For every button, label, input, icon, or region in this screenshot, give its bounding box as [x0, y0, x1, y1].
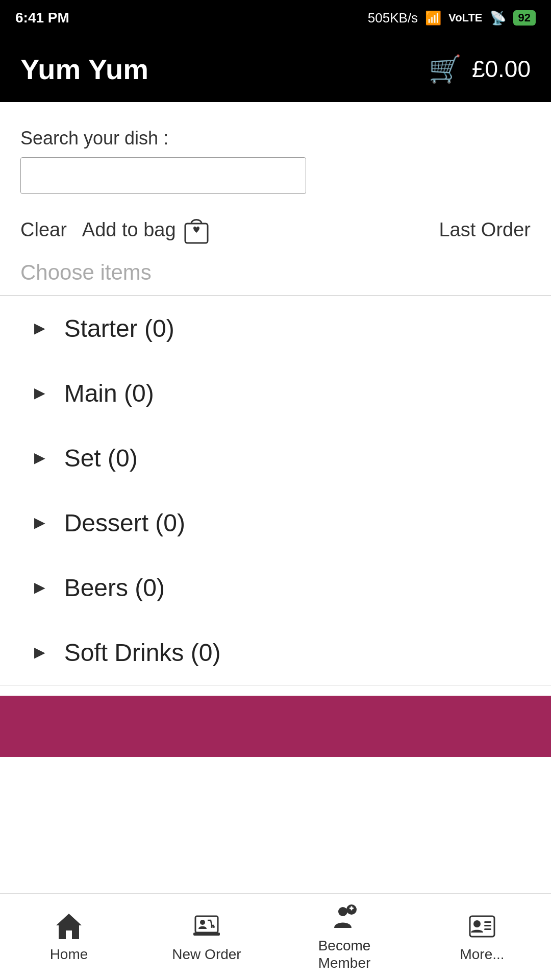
expand-arrow-icon: ►	[31, 577, 49, 598]
nav-become-member[interactable]: Become Member	[276, 894, 413, 980]
signal-bars-icon: 📶	[425, 10, 441, 26]
svg-rect-14	[484, 925, 491, 926]
menu-list: ► Starter (0) ► Main (0) ► Set (0) ► Des…	[0, 296, 551, 685]
nav-home-label: Home	[50, 946, 88, 963]
choose-items-label: Choose items	[0, 255, 551, 295]
expand-arrow-icon: ►	[31, 382, 49, 404]
home-icon	[54, 911, 84, 942]
status-bar: 6:41 PM 505KB/s 📶 VoLTE 📡 92	[0, 0, 551, 36]
svg-rect-10	[351, 906, 353, 910]
menu-category-item[interactable]: ► Starter (0)	[0, 296, 551, 361]
add-to-bag-label: Add to bag	[82, 219, 176, 241]
svg-point-6	[213, 926, 215, 928]
nav-become-member-label: Become Member	[318, 937, 371, 971]
svg-point-4	[200, 920, 205, 925]
search-input[interactable]	[20, 157, 306, 194]
last-order-button[interactable]: Last Order	[439, 219, 531, 241]
cart-total: £0.00	[472, 55, 531, 83]
menu-category-label: Dessert (0)	[64, 509, 185, 537]
svg-rect-11	[470, 916, 494, 937]
lte-icon: VoLTE	[448, 11, 482, 24]
battery-icon: 92	[513, 10, 536, 26]
add-to-bag-button[interactable]: Add to bag	[82, 214, 210, 245]
signal-text: 505KB/s	[368, 10, 418, 26]
app-title: Yum Yum	[20, 53, 148, 86]
cart-area[interactable]: 🛒 £0.00	[429, 54, 531, 85]
svg-rect-13	[484, 921, 491, 923]
cart-icon: 🛒	[429, 54, 462, 85]
menu-category-item[interactable]: ► Main (0)	[0, 361, 551, 426]
app-header: Yum Yum 🛒 £0.00	[0, 36, 551, 102]
svg-point-5	[211, 926, 213, 928]
svg-point-7	[338, 907, 347, 916]
expand-arrow-icon: ►	[31, 447, 49, 469]
status-icons: 505KB/s 📶 VoLTE 📡 92	[368, 10, 536, 26]
svg-rect-2	[195, 916, 218, 933]
expand-arrow-icon: ►	[31, 512, 49, 533]
nav-home[interactable]: Home	[0, 894, 138, 980]
clear-button[interactable]: Clear	[20, 219, 67, 241]
menu-category-item[interactable]: ► Soft Drinks (0)	[0, 620, 551, 685]
wifi-icon: 📡	[490, 10, 506, 26]
svg-point-12	[473, 920, 481, 927]
nav-more-label: More...	[460, 946, 504, 963]
menu-category-label: Starter (0)	[64, 314, 174, 342]
menu-category-label: Set (0)	[64, 444, 138, 472]
menu-category-label: Beers (0)	[64, 574, 165, 602]
menu-category-item[interactable]: ► Dessert (0)	[0, 491, 551, 555]
nav-more[interactable]: More...	[413, 894, 551, 980]
search-label: Search your dish :	[20, 128, 531, 149]
svg-marker-1	[56, 914, 82, 939]
svg-rect-15	[484, 928, 491, 930]
menu-category-label: Soft Drinks (0)	[64, 639, 221, 667]
status-time: 6:41 PM	[15, 10, 69, 26]
menu-category-label: Main (0)	[64, 379, 154, 407]
new-order-icon	[191, 911, 222, 942]
search-section: Search your dish :	[0, 102, 551, 204]
bottom-nav: Home New Order Become Member	[0, 893, 551, 980]
nav-new-order[interactable]: New Order	[138, 894, 276, 980]
pink-section	[0, 696, 551, 757]
expand-arrow-icon: ►	[31, 642, 49, 663]
menu-category-item[interactable]: ► Set (0)	[0, 426, 551, 491]
more-icon	[467, 911, 497, 942]
svg-rect-0	[185, 224, 208, 243]
action-bar: Clear Add to bag Last Order	[0, 204, 551, 255]
menu-category-item[interactable]: ► Beers (0)	[0, 555, 551, 620]
nav-new-order-label: New Order	[172, 946, 241, 963]
bag-icon	[183, 214, 210, 245]
expand-arrow-icon: ►	[31, 317, 49, 339]
bottom-divider	[0, 685, 551, 686]
svg-rect-3	[193, 933, 220, 936]
become-member-icon	[329, 902, 360, 933]
